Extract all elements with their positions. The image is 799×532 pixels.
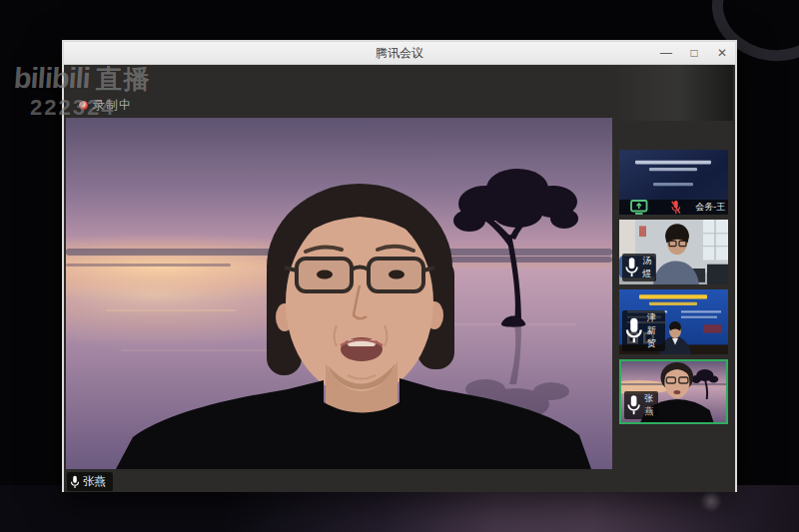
participant-tile-2[interactable]: 汤煜 (619, 220, 728, 284)
window-titlebar[interactable]: 腾讯会议 — □ ✕ (64, 42, 735, 65)
meeting-content: 录制中 (64, 65, 735, 492)
desktop: bilibili 直播 222324 腾讯会议 — □ ✕ 录制中 (0, 0, 799, 532)
screen-share-icon (622, 200, 656, 215)
participant-4-name-chip: 张燕 (624, 391, 658, 419)
mic-icon (624, 257, 639, 278)
maximize-button[interactable]: □ (687, 42, 701, 64)
window-controls: — □ ✕ (659, 42, 729, 64)
participant-3-name-chip: 津新贸 (622, 310, 665, 351)
main-video[interactable]: 张燕 (66, 118, 612, 469)
meeting-window: 腾讯会议 — □ ✕ 录制中 (62, 40, 737, 492)
close-button[interactable]: ✕ (715, 42, 729, 64)
screen-share-label: 会务-王小祯的屏幕共... (695, 201, 725, 214)
participant-tile-screen-share[interactable]: 会务-王小祯的屏幕共... (619, 150, 728, 215)
mic-icon (70, 475, 80, 489)
mic-off-icon (659, 200, 693, 215)
participant-tile-3[interactable]: 津新贸 (619, 289, 728, 354)
sidebar-top-fade (612, 65, 733, 121)
mic-icon (624, 316, 644, 344)
participant-4-name: 张燕 (644, 392, 654, 418)
participant-2-name-chip: 汤煜 (622, 254, 656, 281)
recording-dot-icon (79, 101, 88, 110)
screen-share-label-bar: 会务-王小祯的屏幕共... (619, 200, 728, 215)
main-speaker-name: 张燕 (83, 474, 106, 489)
desktop-bokeh-light (700, 490, 722, 512)
main-speaker-name-chip: 张燕 (67, 472, 113, 491)
participant-2-name: 汤煜 (642, 255, 652, 280)
main-video-frame (66, 118, 612, 469)
recording-label: 录制中 (93, 97, 132, 114)
participant-tile-4-active-speaker[interactable]: 张燕 (619, 359, 728, 424)
recording-indicator: 录制中 (79, 97, 132, 114)
mic-icon (626, 394, 641, 416)
minimize-button[interactable]: — (659, 42, 673, 64)
window-title: 腾讯会议 (376, 45, 423, 62)
desktop-gradient (0, 485, 799, 532)
participant-3-name: 津新贸 (647, 311, 661, 350)
